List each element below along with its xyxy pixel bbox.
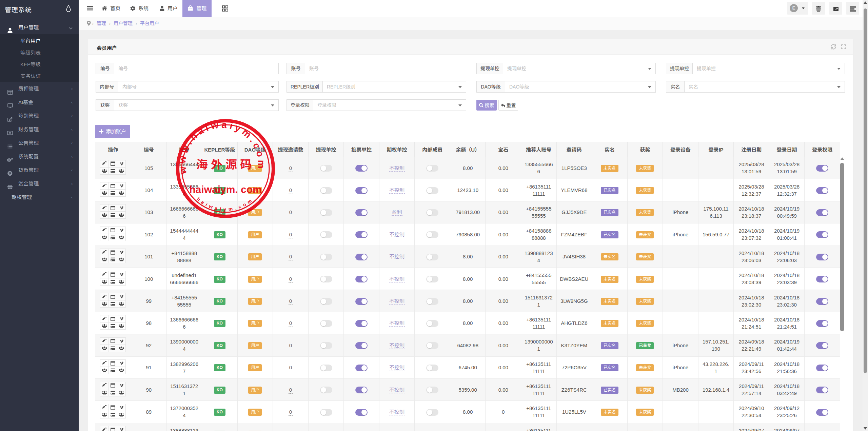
svg-text:haiwaiym.com: haiwaiym.com [196,196,255,212]
svg-text:haiwaiym. com: haiwaiym. com [189,184,261,195]
svg-text:海外源码: 海外源码 [196,155,255,172]
